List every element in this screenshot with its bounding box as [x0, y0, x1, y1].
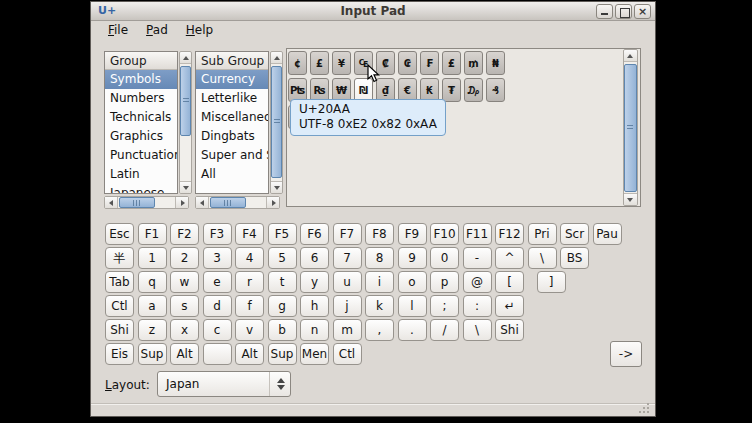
- scroll-left-icon[interactable]: [105, 197, 118, 208]
- keyboard-key[interactable]: 1: [138, 247, 167, 269]
- keyboard-key[interactable]: F4: [235, 223, 264, 245]
- group-hscrollbar[interactable]: [104, 196, 189, 209]
- keyboard-key[interactable]: m: [333, 319, 362, 341]
- keyboard-key[interactable]: Esc: [105, 223, 134, 245]
- keyboard-key[interactable]: z: [138, 319, 167, 341]
- layout-combobox[interactable]: Japan: [157, 371, 291, 397]
- scroll-up-icon[interactable]: [624, 50, 637, 62]
- keyboard-key[interactable]: v: [235, 319, 264, 341]
- keyboard-key[interactable]: d: [203, 295, 232, 317]
- keyboard-key[interactable]: Ctl: [333, 343, 362, 365]
- keyboard-key[interactable]: 4: [235, 247, 264, 269]
- menu-item[interactable]: Pad: [137, 22, 177, 39]
- keyboard-key[interactable]: \: [528, 247, 557, 269]
- keyboard-key[interactable]: Ctl: [105, 295, 134, 317]
- keyboard-key[interactable]: Eis: [105, 343, 134, 365]
- keyboard-key[interactable]: /: [430, 319, 459, 341]
- scroll-down-icon[interactable]: [180, 181, 191, 193]
- keyboard-key[interactable]: g: [268, 295, 297, 317]
- keyboard-key[interactable]: BS: [560, 247, 589, 269]
- keyboard-key[interactable]: F1: [138, 223, 167, 245]
- group-hscroll-thumb[interactable]: [119, 197, 155, 208]
- keyboard-key[interactable]: 3: [203, 247, 232, 269]
- subgroup-item[interactable]: Letterlike: [196, 89, 268, 108]
- keyboard-key[interactable]: n: [300, 319, 329, 341]
- keyboard-key[interactable]: \: [463, 319, 492, 341]
- subgroup-item[interactable]: Currency: [196, 70, 268, 89]
- keyboard-key[interactable]: @: [463, 271, 492, 293]
- keyboard-key[interactable]: x: [170, 319, 199, 341]
- close-icon[interactable]: ×: [634, 4, 651, 19]
- keyboard-key[interactable]: b: [268, 319, 297, 341]
- group-item[interactable]: Graphics: [105, 127, 177, 146]
- scroll-right-icon[interactable]: [266, 197, 279, 208]
- menu-item[interactable]: Help: [177, 22, 222, 39]
- keyboard-key[interactable]: p: [430, 271, 459, 293]
- keyboard-key[interactable]: f: [235, 295, 264, 317]
- char-button[interactable]: ₥: [464, 51, 483, 75]
- keyboard-key[interactable]: l: [398, 295, 427, 317]
- keyboard-key[interactable]: ↵: [495, 295, 524, 317]
- keyboard-key[interactable]: Pau: [593, 223, 622, 245]
- keyboard-key[interactable]: 0: [430, 247, 459, 269]
- keyboard-key[interactable]: F11: [463, 223, 492, 245]
- keyboard-key[interactable]: Scr: [560, 223, 589, 245]
- keyboard-key[interactable]: Sup: [138, 343, 167, 365]
- keyboard-key[interactable]: ;: [430, 295, 459, 317]
- keyboard-key[interactable]: u: [333, 271, 362, 293]
- scroll-up-icon[interactable]: [271, 52, 282, 64]
- char-button[interactable]: ¢: [288, 51, 307, 75]
- keyboard-key[interactable]: 8: [365, 247, 394, 269]
- keyboard-key[interactable]: F5: [268, 223, 297, 245]
- keyboard-key[interactable]: ^: [495, 247, 524, 269]
- keyboard-key[interactable]: Alt: [170, 343, 199, 365]
- keyboard-key[interactable]: F7: [333, 223, 362, 245]
- keyboard-key[interactable]: F9: [398, 223, 427, 245]
- group-item[interactable]: Technicals: [105, 108, 177, 127]
- combo-spinner-icon[interactable]: [269, 372, 290, 396]
- subgroup-hscroll-thumb[interactable]: [210, 197, 246, 208]
- keyboard-key[interactable]: q: [138, 271, 167, 293]
- keyboard-key[interactable]: Alt: [235, 343, 264, 365]
- menu-item[interactable]: File: [99, 22, 137, 39]
- scroll-left-icon[interactable]: [196, 197, 209, 208]
- keyboard-key[interactable]: [203, 343, 232, 365]
- keyboard-key[interactable]: j: [333, 295, 362, 317]
- keyboard-key[interactable]: F2: [170, 223, 199, 245]
- char-button[interactable]: ₣: [420, 51, 439, 75]
- titlebar[interactable]: U+ Input Pad ×: [91, 2, 655, 21]
- keyboard-key[interactable]: 2: [170, 247, 199, 269]
- group-item[interactable]: Latin: [105, 165, 177, 184]
- subgroup-item[interactable]: All: [196, 165, 268, 184]
- subgroup-column-header[interactable]: Sub Group: [196, 52, 268, 70]
- charpad-vscrollbar[interactable]: [623, 49, 638, 206]
- group-item[interactable]: Numbers: [105, 89, 177, 108]
- keyboard-key[interactable]: s: [170, 295, 199, 317]
- keyboard-key[interactable]: 6: [300, 247, 329, 269]
- keyboard-key[interactable]: c: [203, 319, 232, 341]
- keyboard-key[interactable]: Sup: [268, 343, 297, 365]
- resize-grip[interactable]: [639, 401, 651, 413]
- keyboard-key[interactable]: i: [365, 271, 394, 293]
- charpad-vscroll-thumb[interactable]: [624, 64, 637, 192]
- char-button[interactable]: £: [310, 51, 329, 75]
- scroll-right-icon[interactable]: [175, 197, 188, 208]
- subgroup-vscroll-thumb[interactable]: [271, 66, 282, 178]
- group-item[interactable]: Japanese: [105, 184, 177, 194]
- scroll-down-icon[interactable]: [624, 193, 637, 205]
- keyboard-key[interactable]: ,: [365, 319, 394, 341]
- keyboard-key[interactable]: h: [300, 295, 329, 317]
- keyboard-key[interactable]: e: [203, 271, 232, 293]
- group-item[interactable]: Punctuation: [105, 146, 177, 165]
- char-button[interactable]: ₦: [486, 51, 505, 75]
- keyboard-key[interactable]: F12: [495, 223, 524, 245]
- keyboard-key[interactable]: -: [463, 247, 492, 269]
- keyboard-key[interactable]: Tab: [105, 271, 134, 293]
- keyboard-key[interactable]: :: [463, 295, 492, 317]
- keyboard-key[interactable]: Shi: [105, 319, 134, 341]
- keyboard-key[interactable]: F8: [365, 223, 394, 245]
- char-button[interactable]: ₤: [442, 51, 461, 75]
- char-button[interactable]: ₢: [398, 51, 417, 75]
- minimize-icon[interactable]: [596, 4, 613, 19]
- group-item[interactable]: Symbols: [105, 70, 177, 89]
